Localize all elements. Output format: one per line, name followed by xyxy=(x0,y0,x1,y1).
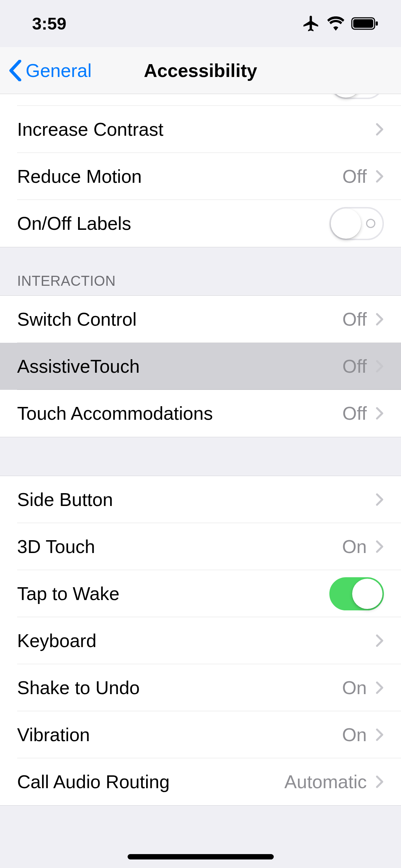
cell-label: Reduce Motion xyxy=(17,166,343,187)
onoff-labels-toggle[interactable] xyxy=(329,207,384,240)
chevron-right-icon xyxy=(375,492,384,507)
toggle-knob xyxy=(331,208,361,239)
row-shake-to-undo[interactable]: Shake to Undo On xyxy=(0,664,401,711)
row-keyboard[interactable]: Keyboard xyxy=(0,617,401,664)
row-side-button[interactable]: Side Button xyxy=(0,476,401,523)
cell-label: 3D Touch xyxy=(17,536,342,557)
row-switch-control[interactable]: Switch Control Off xyxy=(0,296,401,343)
chevron-right-icon xyxy=(375,406,384,420)
cell-label: AssistiveTouch xyxy=(17,356,343,377)
cell-value: On xyxy=(342,677,367,698)
cell-label: Tap to Wake xyxy=(17,583,329,604)
status-bar: 3:59 xyxy=(0,0,401,47)
cell-label: Call Audio Routing xyxy=(17,771,284,792)
back-button[interactable]: General xyxy=(0,60,92,81)
status-icons xyxy=(302,14,380,33)
chevron-right-icon xyxy=(375,169,384,184)
row-onoff-labels[interactable]: On/Off Labels xyxy=(0,200,401,247)
cell-label: Increase Contrast xyxy=(17,119,375,140)
toggle-knob xyxy=(331,94,361,98)
cell-value: Off xyxy=(343,166,367,187)
svg-rect-1 xyxy=(353,19,373,28)
toggle-off-ring-icon xyxy=(366,219,375,228)
chevron-right-icon xyxy=(375,312,384,326)
cell-value: Off xyxy=(343,403,367,424)
chevron-left-icon xyxy=(9,60,22,81)
cell-label: Shake to Undo xyxy=(17,677,342,698)
row-vibration[interactable]: Vibration On xyxy=(0,711,401,758)
back-label: General xyxy=(26,60,92,81)
cell-label: Side Button xyxy=(17,489,375,510)
chevron-right-icon xyxy=(375,728,384,742)
chevron-right-icon xyxy=(375,681,384,695)
row-3d-touch[interactable]: 3D Touch On xyxy=(0,523,401,570)
cell-label: On/Off Labels xyxy=(17,213,329,234)
toggle-knob xyxy=(352,579,382,609)
cell-label: Switch Control xyxy=(17,309,343,330)
chevron-right-icon xyxy=(375,775,384,789)
row-reduce-motion[interactable]: Reduce Motion Off xyxy=(0,153,401,200)
tap-to-wake-toggle[interactable] xyxy=(329,577,384,610)
chevron-right-icon xyxy=(375,539,384,554)
svg-rect-2 xyxy=(376,21,378,26)
row-button-shapes[interactable]: Button Shapes xyxy=(0,94,401,106)
battery-icon xyxy=(351,16,380,31)
settings-scroll[interactable]: Button Shapes Increase Contrast Reduce M… xyxy=(0,94,401,868)
cell-label: Keyboard xyxy=(17,630,375,651)
nav-bar: General Accessibility xyxy=(0,47,401,94)
cell-value: Off xyxy=(343,356,367,377)
row-assistivetouch[interactable]: AssistiveTouch Off xyxy=(0,343,401,390)
cell-label: Touch Accommodations xyxy=(17,403,343,424)
cell-value: Off xyxy=(343,309,367,330)
chevron-right-icon xyxy=(375,634,384,648)
button-shapes-toggle[interactable] xyxy=(329,94,384,99)
cell-label: Vibration xyxy=(17,724,342,745)
cell-value: On xyxy=(342,724,367,745)
wifi-icon xyxy=(327,16,345,31)
row-tap-to-wake[interactable]: Tap to Wake xyxy=(0,570,401,617)
chevron-right-icon xyxy=(375,359,384,373)
row-increase-contrast[interactable]: Increase Contrast xyxy=(0,106,401,153)
cell-value: On xyxy=(342,536,367,557)
airplane-icon xyxy=(302,14,320,33)
home-indicator[interactable] xyxy=(128,854,274,859)
cell-value: Automatic xyxy=(284,771,367,792)
section-header-interaction: INTERACTION xyxy=(0,247,401,295)
status-time: 3:59 xyxy=(32,14,66,33)
row-call-audio-routing[interactable]: Call Audio Routing Automatic xyxy=(0,758,401,805)
chevron-right-icon xyxy=(375,122,384,136)
row-touch-accommodations[interactable]: Touch Accommodations Off xyxy=(0,390,401,437)
